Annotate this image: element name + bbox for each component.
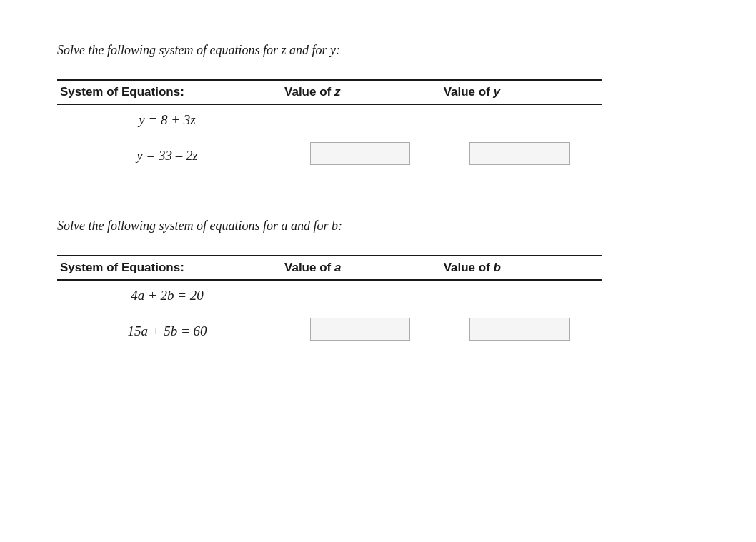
- value-y-input-cell: [444, 135, 603, 176]
- value-b-input-cell: [444, 311, 603, 351]
- value-z-input-cell: [284, 135, 444, 176]
- value-y-cell-1: [444, 104, 603, 135]
- table-header-row-2: System of Equations: Value of a Value of…: [57, 256, 602, 280]
- col-header-value-b: Value of b: [444, 256, 603, 280]
- value-z-cell-1: [284, 104, 444, 135]
- col-header-system-1: System of Equations:: [57, 80, 284, 104]
- y-answer-input[interactable]: [469, 142, 570, 165]
- problem-section-2: Solve the following system of equations …: [57, 219, 699, 351]
- equation-cell: 15a + 5b = 60: [57, 311, 284, 351]
- equation-table-1: System of Equations: Value of z Value of…: [57, 79, 602, 176]
- value-a-cell-1: [284, 280, 444, 311]
- instruction-2: Solve the following system of equations …: [57, 219, 699, 234]
- equation-cell: y = 8 + 3z: [57, 104, 284, 135]
- equation-table-2: System of Equations: Value of a Value of…: [57, 255, 602, 351]
- value-a-input-cell: [284, 311, 444, 351]
- table-row: 4a + 2b = 20: [57, 280, 602, 311]
- problem-section-1: Solve the following system of equations …: [57, 43, 699, 176]
- equation-cell: y = 33 – 2z: [57, 135, 284, 176]
- table-row: 15a + 5b = 60: [57, 311, 602, 351]
- col-header-value-a: Value of a: [284, 256, 444, 280]
- col-header-system-2: System of Equations:: [57, 256, 284, 280]
- table-header-row-1: System of Equations: Value of z Value of…: [57, 80, 602, 104]
- z-answer-input[interactable]: [310, 142, 410, 165]
- equation-cell: 4a + 2b = 20: [57, 280, 284, 311]
- col-header-value-z: Value of z: [284, 80, 444, 104]
- table-row: y = 33 – 2z: [57, 135, 602, 176]
- table-row: y = 8 + 3z: [57, 104, 602, 135]
- b-answer-input[interactable]: [469, 318, 570, 341]
- instruction-1: Solve the following system of equations …: [57, 43, 699, 58]
- value-b-cell-1: [444, 280, 603, 311]
- col-header-value-y: Value of y: [444, 80, 603, 104]
- a-answer-input[interactable]: [310, 318, 410, 341]
